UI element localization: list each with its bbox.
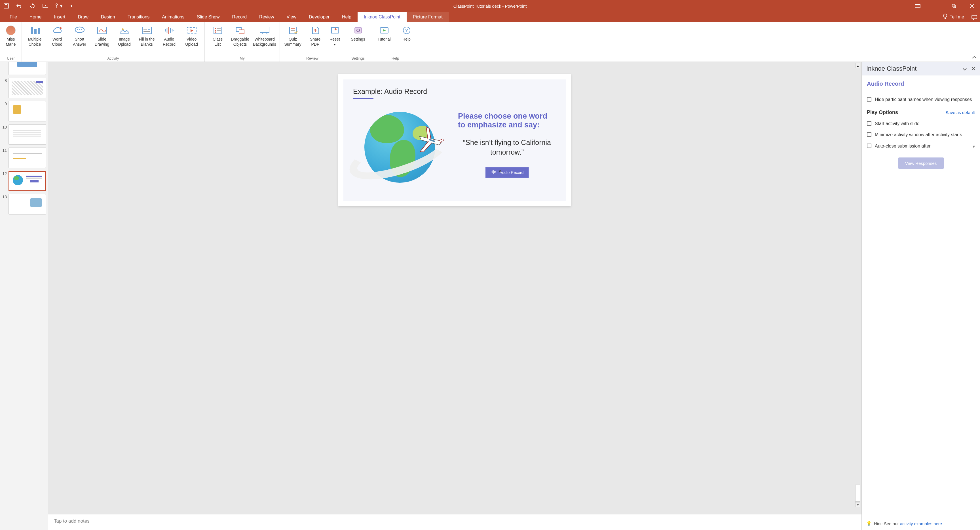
option-label: Start activity with slide bbox=[875, 121, 919, 127]
option-minimize-window[interactable]: Minimize activity window after activity … bbox=[867, 132, 975, 138]
checkbox-icon[interactable] bbox=[867, 132, 872, 137]
video-upload-button[interactable]: Video Upload bbox=[181, 23, 202, 48]
redo-icon[interactable] bbox=[29, 2, 36, 10]
group-label-help: Help bbox=[374, 56, 417, 62]
touch-icon[interactable]: ▾ bbox=[54, 2, 62, 10]
slide-thumbnail[interactable] bbox=[8, 194, 46, 214]
tab-classpoint[interactable]: Inknoe ClassPoint bbox=[358, 12, 407, 22]
slide-thumbnail[interactable] bbox=[8, 124, 46, 145]
slide-canvas-area[interactable]: Example: Audio Record Please choose one … bbox=[48, 62, 861, 514]
slide-thumbnail[interactable] bbox=[8, 147, 46, 168]
tab-transitions[interactable]: Transitions bbox=[121, 12, 156, 22]
tab-slideshow[interactable]: Slide Show bbox=[191, 12, 226, 22]
reset-button[interactable]: Reset▾ bbox=[327, 23, 342, 48]
window-controls bbox=[912, 0, 978, 12]
group-label-user: User bbox=[2, 56, 19, 62]
tell-me-search[interactable]: Tell me bbox=[938, 12, 969, 22]
globe-illustration[interactable] bbox=[353, 106, 452, 191]
save-icon[interactable] bbox=[2, 2, 10, 10]
option-hide-names[interactable]: Hide participant names when viewing resp… bbox=[867, 96, 975, 103]
short-answer-button[interactable]: Short Answer bbox=[69, 23, 90, 48]
tab-insert[interactable]: Insert bbox=[48, 12, 72, 22]
ribbon-display-icon[interactable] bbox=[912, 0, 923, 12]
fill-blanks-button[interactable]: Fill in the Blanks bbox=[136, 23, 158, 48]
tab-draw[interactable]: Draw bbox=[72, 12, 94, 22]
settings-button[interactable]: Settings bbox=[347, 23, 369, 44]
undo-icon[interactable] bbox=[15, 2, 23, 10]
slide-thumbnail-active[interactable] bbox=[8, 171, 46, 191]
tab-file[interactable]: File bbox=[3, 12, 23, 22]
tab-animations[interactable]: Animations bbox=[156, 12, 191, 22]
class-list-button[interactable]: Class List bbox=[207, 23, 228, 48]
svg-rect-14 bbox=[31, 27, 33, 34]
scrollbar-thumb[interactable] bbox=[855, 485, 860, 501]
save-default-link[interactable]: Save as default bbox=[946, 110, 975, 115]
qat-more-icon[interactable]: ▾ bbox=[67, 2, 75, 10]
slide-editor: ▴ Example: Audio Record bbox=[48, 62, 861, 530]
checkbox-icon[interactable] bbox=[867, 144, 872, 148]
slide-thumbnail[interactable] bbox=[8, 78, 46, 98]
panel-collapse-icon[interactable] bbox=[963, 65, 967, 72]
hint-link[interactable]: activity examples here bbox=[900, 521, 942, 526]
present-icon[interactable] bbox=[41, 2, 49, 10]
tab-review[interactable]: Review bbox=[253, 12, 280, 22]
slide-thumbnail[interactable] bbox=[8, 62, 46, 75]
collapse-ribbon-icon[interactable] bbox=[969, 22, 980, 62]
reset-icon bbox=[328, 25, 341, 36]
tab-help[interactable]: Help bbox=[336, 12, 358, 22]
tab-record[interactable]: Record bbox=[226, 12, 253, 22]
word-cloud-button[interactable]: Word Cloud bbox=[46, 23, 68, 48]
checkbox-icon[interactable] bbox=[867, 121, 872, 126]
slide-quote[interactable]: “She isn’t flying to California tomorrow… bbox=[458, 138, 556, 157]
svg-rect-23 bbox=[120, 27, 129, 34]
option-start-with-slide[interactable]: Start activity with slide bbox=[867, 121, 975, 127]
audio-record-slide-button[interactable]: Audio Record ✥ bbox=[485, 167, 529, 178]
notes-pane[interactable]: Tap to add notes bbox=[48, 514, 861, 530]
quick-access-toolbar: ▾ ▾ bbox=[2, 2, 75, 10]
checkbox-icon[interactable] bbox=[867, 97, 872, 102]
svg-rect-51 bbox=[331, 27, 338, 33]
slide-thumbnail-panel[interactable]: 8 9 10 11 12 13 bbox=[0, 62, 48, 530]
list-icon bbox=[211, 25, 224, 36]
slide-drawing-button[interactable]: Slide Drawing bbox=[91, 23, 113, 48]
title-underline bbox=[353, 98, 374, 99]
tab-view[interactable]: View bbox=[280, 12, 302, 22]
btn-label: Share PDF bbox=[310, 37, 320, 47]
whiteboard-button[interactable]: Whiteboard Backgrounds bbox=[252, 23, 277, 48]
slide-heading[interactable]: Please choose one word to emphasize and … bbox=[458, 112, 556, 129]
comments-icon[interactable] bbox=[969, 12, 980, 23]
cloud-icon bbox=[51, 25, 64, 36]
image-upload-button[interactable]: Image Upload bbox=[114, 23, 135, 48]
quiz-summary-button[interactable]: Quiz Summary bbox=[282, 23, 304, 48]
tab-picture-format[interactable]: Picture Format bbox=[407, 12, 449, 22]
share-pdf-button[interactable]: Share PDF bbox=[305, 23, 326, 48]
summary-icon bbox=[286, 25, 299, 36]
move-cursor-icon: ✥ bbox=[499, 169, 501, 173]
slide-thumbnail[interactable] bbox=[8, 101, 46, 121]
panel-close-icon[interactable] bbox=[972, 65, 975, 72]
draggable-objects-button[interactable]: Draggable Objects bbox=[229, 23, 251, 48]
user-button[interactable]: Miss Marie bbox=[2, 23, 19, 48]
close-icon[interactable] bbox=[966, 0, 978, 12]
svg-rect-8 bbox=[953, 5, 956, 8]
tutorial-button[interactable]: Tutorial bbox=[374, 23, 395, 44]
ribbon-group-user: Miss Marie User bbox=[0, 22, 22, 62]
tab-home[interactable]: Home bbox=[23, 12, 48, 22]
auto-close-dropdown[interactable]: ▾ bbox=[936, 143, 975, 148]
minimize-icon[interactable] bbox=[930, 0, 942, 12]
tab-design[interactable]: Design bbox=[95, 12, 121, 22]
panel-subtitle: Audio Record bbox=[862, 75, 980, 91]
slide-canvas[interactable]: Example: Audio Record Please choose one … bbox=[338, 74, 571, 206]
multiple-choice-button[interactable]: Multiple Choice bbox=[24, 23, 45, 48]
option-auto-close[interactable]: Auto-close submission after▾ bbox=[867, 143, 975, 149]
slide-title[interactable]: Example: Audio Record bbox=[353, 88, 556, 96]
view-responses-button[interactable]: View Responses bbox=[898, 158, 944, 169]
audio-record-button[interactable]: Audio Record bbox=[159, 23, 180, 48]
tab-developer[interactable]: Developer bbox=[302, 12, 336, 22]
thumb-number: 10 bbox=[2, 124, 7, 129]
svg-rect-12 bbox=[945, 18, 946, 19]
help-button[interactable]: ?Help bbox=[396, 23, 417, 44]
scroll-down-icon[interactable]: ▾ bbox=[855, 502, 860, 507]
body: 8 9 10 11 12 13 ▴ Example: Audio Record bbox=[0, 62, 980, 530]
maximize-icon[interactable] bbox=[948, 0, 959, 12]
